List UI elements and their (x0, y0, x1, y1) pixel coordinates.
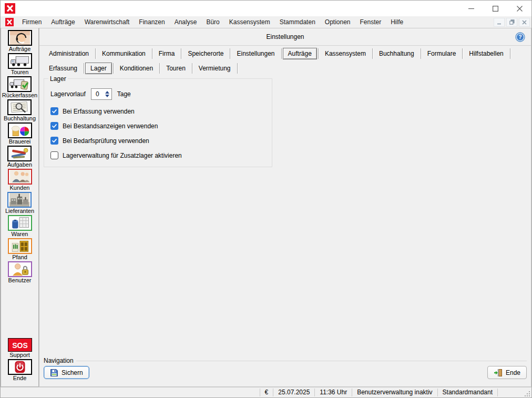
sidebar-item-lieferanten[interactable]: Lieferanten (5, 192, 34, 215)
close-button[interactable] (507, 1, 531, 16)
menu-item-analyse[interactable]: Analyse (170, 17, 202, 27)
titlebar (1, 1, 531, 16)
spin-up-button[interactable] (105, 91, 109, 94)
status-cell-standardmandant: Standardmandant (437, 389, 497, 396)
checkbox-bei-bedarfspr-fung-verwenden[interactable] (50, 137, 58, 145)
mdi-close-button[interactable] (519, 18, 530, 27)
tab-konditionen[interactable]: Konditionen (115, 63, 158, 74)
sos-icon: SOS (8, 338, 32, 352)
checkbox-bei-erfassung-verwenden[interactable] (50, 107, 58, 115)
status-cells: €25.07.202511:36 UhrBenutzerverwaltung i… (260, 389, 497, 396)
sidebar-item-support[interactable]: SOSSupport (8, 338, 32, 359)
navigation-group: Navigation Sichern (44, 361, 527, 383)
crates-icon (8, 238, 32, 254)
tab-speicherorte[interactable]: Speicherorte (182, 48, 229, 59)
menu-item-optionen[interactable]: Optionen (320, 17, 355, 27)
statusbar: €25.07.202511:36 UhrBenutzerverwaltung i… (1, 387, 531, 397)
sidebar: AufträgeTourenRückerfassenBuchhaltungBra… (1, 28, 39, 387)
tab-touren[interactable]: Touren (161, 63, 191, 74)
lagervorlauf-spinner[interactable]: 0 (91, 88, 112, 100)
content-area: Lager Lagervorlauf 0 Tage Bei Erfassun (39, 75, 531, 361)
checkbox-label: Bei Bestandsanzeigen verwenden (63, 123, 158, 130)
sidebar-item-waren[interactable]: Waren (8, 215, 32, 238)
tab-separator (421, 48, 421, 59)
sidebar-item-pfand[interactable]: Pfand (8, 238, 32, 261)
checkbox-lagerverwaltung-f-r-zusatzlager-aktivieren[interactable] (50, 151, 58, 159)
tab-auftr-ge[interactable]: Aufträge (283, 48, 317, 59)
svg-text:?: ? (518, 34, 521, 40)
beer-pie-icon (8, 123, 32, 138)
resize-grip-icon[interactable] (524, 390, 531, 397)
sidebar-item-r-ckerfassen[interactable]: Rückerfassen (2, 76, 37, 99)
svg-text:SOS: SOS (12, 341, 28, 350)
tab-lager[interactable]: Lager (85, 63, 112, 74)
sidebar-item-label: Aufgaben (7, 161, 32, 168)
sidebar-item-auftr-ge[interactable]: Aufträge (8, 30, 32, 53)
menu-item-stammdaten[interactable]: Stammdaten (275, 17, 320, 27)
main-header: Einstellungen ? (39, 28, 531, 46)
primary-tabs: AdministrationKommunikationFirmaSpeicher… (39, 46, 531, 61)
minimize-button[interactable] (459, 1, 483, 16)
help-button[interactable]: ? (515, 32, 525, 42)
checkbox-label: Bei Erfassung verwenden (63, 108, 135, 115)
sidebar-item-label: Aufträge (9, 46, 31, 53)
sidebar-item-touren[interactable]: Touren (8, 53, 32, 76)
save-button-label: Sichern (62, 369, 83, 376)
checkbox-bei-bestandsanzeigen-verwenden[interactable] (50, 122, 58, 130)
tab-formulare[interactable]: Formulare (422, 48, 462, 59)
sidebar-item-label: Brauerei (9, 138, 31, 145)
checkbox-list: Bei Erfassung verwendenBei Bestandsanzei… (49, 107, 267, 159)
tab-separator (372, 48, 373, 59)
menubar: FirmenAufträgeWarenwirtschaftFinanzenAna… (1, 16, 531, 28)
end-button-label: Ende (506, 369, 520, 376)
sidebar-item-brauerei[interactable]: Brauerei (8, 123, 32, 145)
mdi-restore-button[interactable] (506, 18, 517, 27)
sidebar-item-benutzer[interactable]: Benutzer (8, 261, 32, 284)
tab-administration[interactable]: Administration (44, 48, 94, 59)
tab-firma[interactable]: Firma (154, 48, 180, 59)
sidebar-items: AufträgeTourenRückerfassenBuchhaltungBra… (1, 30, 38, 382)
tab-buchhaltung[interactable]: Buchhaltung (374, 48, 420, 59)
groupbox-title: Lager (48, 75, 68, 83)
tab-separator (113, 63, 114, 74)
lagervorlauf-value[interactable]: 0 (91, 89, 104, 99)
checkmark-icon (52, 138, 57, 144)
tab-einstellungen[interactable]: Einstellungen (231, 48, 280, 59)
spinner-arrows (104, 89, 111, 99)
menu-item-warenwirtschaft[interactable]: Warenwirtschaft (80, 17, 135, 27)
person-headset-icon (8, 30, 32, 46)
status-cell-11-36-uhr: 11:36 Uhr (314, 389, 352, 396)
tab-kommunikation[interactable]: Kommunikation (97, 48, 151, 59)
save-button[interactable]: Sichern (44, 366, 89, 379)
menu-item-fenster[interactable]: Fenster (355, 17, 386, 27)
truck-icon (8, 53, 32, 69)
menu-item-hilfe[interactable]: Hilfe (386, 17, 408, 27)
menu-item-firmen[interactable]: Firmen (17, 17, 46, 27)
lager-groupbox: Lager Lagervorlauf 0 Tage Bei Erfassun (44, 78, 272, 167)
tab-separator (95, 48, 96, 59)
truck-check-icon (7, 76, 32, 92)
tab-separator (192, 63, 192, 74)
sidebar-item-ende[interactable]: Ende (8, 359, 32, 382)
menu-item-b-ro[interactable]: Büro (201, 17, 224, 27)
menu-item-finanzen[interactable]: Finanzen (134, 17, 169, 27)
mdi-minimize-button[interactable] (494, 18, 505, 27)
tab-separator (181, 48, 181, 59)
tab-hilfstabellen[interactable]: Hilfstabellen (464, 48, 508, 59)
sidebar-item-buchhaltung[interactable]: Buchhaltung (4, 99, 36, 122)
sidebar-item-kunden[interactable]: Kunden (8, 169, 32, 191)
tab-kassensystem[interactable]: Kassensystem (320, 48, 371, 59)
menu-app-icon (5, 18, 14, 26)
end-button[interactable]: Ende (487, 366, 527, 379)
navigation-title: Navigation (44, 357, 76, 364)
people-icon (8, 169, 32, 185)
spin-down-button[interactable] (105, 95, 109, 97)
sidebar-item-label: Rückerfassen (2, 92, 37, 99)
menu-item-kassensystem[interactable]: Kassensystem (224, 17, 275, 27)
checkbox-label: Lagerverwaltung für Zusatzlager aktivier… (63, 152, 182, 159)
maximize-button[interactable] (483, 1, 507, 16)
menu-item-auftr-ge[interactable]: Aufträge (46, 17, 79, 27)
sidebar-item-aufgaben[interactable]: Aufgaben (7, 146, 32, 168)
tab-erfassung[interactable]: Erfassung (44, 63, 83, 74)
tab-vermietung[interactable]: Vermietung (193, 63, 236, 74)
